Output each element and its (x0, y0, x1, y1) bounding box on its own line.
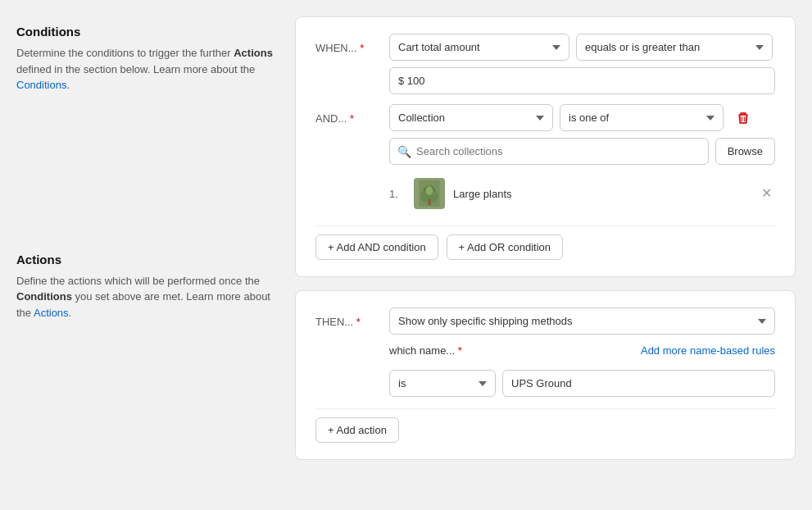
conditions-section: Conditions Determine the conditions to t… (16, 25, 279, 93)
svg-rect-6 (428, 199, 431, 205)
delete-condition-button[interactable] (730, 107, 756, 130)
conditions-description: Determine the conditions to trigger the … (16, 45, 279, 93)
browse-button[interactable]: Browse (715, 138, 775, 165)
remove-item-button[interactable]: ✕ (758, 184, 775, 203)
actions-section: Actions Define the actions which will be… (16, 253, 279, 321)
then-label: THEN... * (315, 307, 381, 328)
which-name-header-row: which name... * Add more name-based rule… (389, 344, 775, 357)
collection-item: 1. Large (389, 171, 775, 216)
svg-rect-1 (744, 116, 745, 121)
which-name-label: which name... * (389, 344, 462, 357)
amount-input[interactable] (389, 67, 775, 94)
collection-select[interactable]: Collection (389, 104, 553, 131)
plant-image (418, 180, 441, 207)
add-or-condition-button[interactable]: + Add OR condition (447, 235, 563, 260)
item-name: Large plants (453, 188, 750, 200)
actions-title: Actions (16, 253, 279, 266)
trash-icon (737, 112, 750, 125)
item-thumbnail (414, 178, 445, 209)
when-row: WHEN... * Cart total amount equals or is… (315, 34, 775, 94)
close-icon: ✕ (761, 186, 772, 200)
search-row: 🔍 Browse (389, 138, 775, 165)
is-select[interactable]: is (389, 370, 496, 397)
condition-select[interactable]: equals or is greater than (576, 34, 773, 61)
search-icon: 🔍 (397, 145, 411, 158)
name-fields-row: is (389, 370, 775, 397)
add-action-button[interactable]: + Add action (315, 417, 399, 443)
conditions-link[interactable]: Conditions (16, 79, 66, 91)
conditions-card: WHEN... * Cart total amount equals or is… (295, 16, 796, 277)
collection-items-list: 1. Large (389, 171, 775, 216)
actions-description: Define the actions which will be perform… (16, 273, 279, 321)
add-more-rules-link[interactable]: Add more name-based rules (641, 344, 775, 357)
actions-link[interactable]: Actions (34, 307, 69, 319)
is-one-of-select[interactable]: is one of (560, 104, 724, 131)
when-fields-row: Cart total amount equals or is greater t… (389, 34, 775, 61)
which-name-outer-row: which name... * Add more name-based rule… (315, 344, 775, 397)
and-label: AND... * (315, 104, 381, 125)
amount-row (389, 67, 775, 94)
then-fields: Show only specific shipping methods (389, 307, 775, 335)
then-row: THEN... * Show only specific shipping me… (315, 307, 775, 335)
search-input[interactable] (389, 138, 709, 165)
which-name-spacer (315, 344, 381, 353)
and-fields-row: Collection is one of (389, 104, 775, 131)
when-label: WHEN... * (315, 34, 381, 54)
then-action-select[interactable]: Show only specific shipping methods (389, 307, 775, 335)
name-input[interactable] (502, 370, 775, 397)
actions-footer: + Add action (315, 408, 775, 443)
conditions-title: Conditions (16, 25, 279, 39)
search-wrapper: 🔍 (389, 138, 709, 165)
item-index: 1. (389, 188, 406, 200)
when-fields: Cart total amount equals or is greater t… (389, 34, 775, 94)
and-fields: Collection is one of (389, 104, 775, 216)
add-and-condition-button[interactable]: + Add AND condition (315, 235, 438, 260)
svg-point-7 (426, 186, 433, 195)
svg-rect-0 (742, 116, 742, 121)
conditions-footer: + Add AND condition + Add OR condition (315, 225, 775, 260)
and-row: AND... * Collection is one of (315, 104, 775, 216)
which-name-fields: which name... * Add more name-based rule… (389, 344, 775, 397)
when-field-select[interactable]: Cart total amount (389, 34, 569, 61)
actions-card: THEN... * Show only specific shipping me… (295, 290, 796, 460)
